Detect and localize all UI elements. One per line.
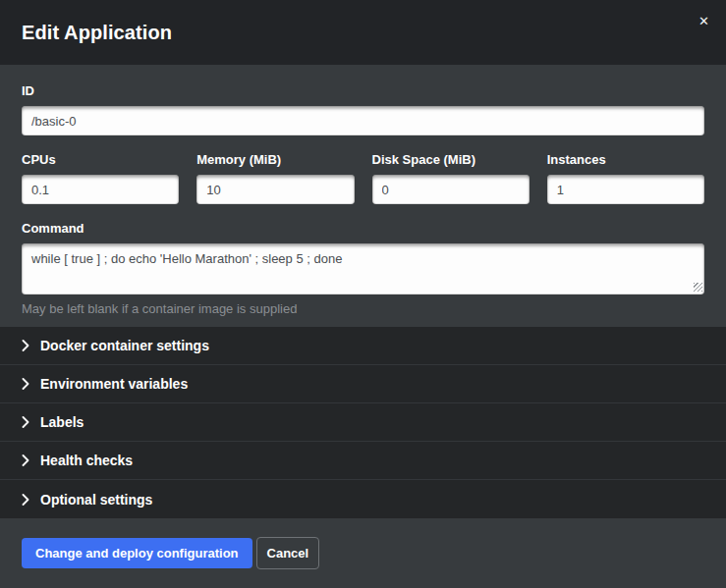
instances-field-group: Instances (547, 152, 704, 204)
chevron-right-icon (22, 340, 29, 351)
modal-header: Edit Application ✕ (0, 0, 726, 65)
command-label: Command (22, 221, 704, 236)
cpus-label: CPUs (22, 152, 179, 167)
section-docker-container-settings[interactable]: Docker container settings (0, 327, 726, 365)
cpus-input[interactable] (22, 175, 179, 204)
section-labels[interactable]: Labels (0, 403, 726, 442)
id-input[interactable] (22, 106, 704, 135)
section-label: Docker container settings (40, 338, 209, 353)
disk-input[interactable] (372, 175, 530, 204)
command-field-group: Command while [ true ] ; do echo 'Hello … (22, 221, 704, 316)
instances-input[interactable] (547, 175, 704, 204)
cancel-button[interactable]: Cancel (256, 537, 320, 569)
cpus-field-group: CPUs (22, 152, 179, 204)
command-textarea[interactable]: while [ true ] ; do echo 'Hello Marathon… (22, 243, 704, 294)
resources-row: CPUs Memory (MiB) Disk Space (MiB) Insta… (22, 152, 704, 204)
command-textarea-wrap: while [ true ] ; do echo 'Hello Marathon… (22, 243, 704, 294)
change-and-deploy-button[interactable]: Change and deploy configuration (22, 538, 252, 568)
chevron-right-icon (22, 416, 29, 428)
memory-input[interactable] (196, 175, 354, 204)
close-icon[interactable]: ✕ (697, 13, 711, 29)
memory-field-group: Memory (MiB) (196, 152, 354, 204)
disk-field-group: Disk Space (MiB) (372, 152, 530, 204)
section-optional-settings[interactable]: Optional settings (0, 480, 726, 518)
disk-label: Disk Space (MiB) (372, 152, 530, 167)
chevron-right-icon (22, 494, 29, 506)
modal-footer: Change and deploy configuration Cancel (0, 518, 726, 588)
edit-application-modal: Edit Application ✕ ID CPUs Memory (MiB) … (0, 0, 726, 588)
section-label: Optional settings (40, 492, 152, 508)
chevron-right-icon (22, 378, 29, 390)
section-label: Health checks (40, 453, 133, 468)
section-label: Labels (40, 414, 84, 430)
collapsible-sections: Docker container settings Environment va… (0, 327, 726, 518)
modal-title: Edit Application (22, 22, 172, 44)
memory-label: Memory (MiB) (196, 152, 354, 167)
id-field-group: ID (22, 83, 704, 135)
id-label: ID (22, 83, 704, 98)
chevron-right-icon (22, 454, 29, 466)
instances-label: Instances (547, 152, 704, 167)
command-help-text: May be left blank if a container image i… (22, 301, 704, 316)
section-label: Environment variables (40, 376, 188, 392)
section-environment-variables[interactable]: Environment variables (0, 365, 726, 403)
application-form: ID CPUs Memory (MiB) Disk Space (MiB) In… (0, 65, 726, 327)
section-health-checks[interactable]: Health checks (0, 442, 726, 480)
